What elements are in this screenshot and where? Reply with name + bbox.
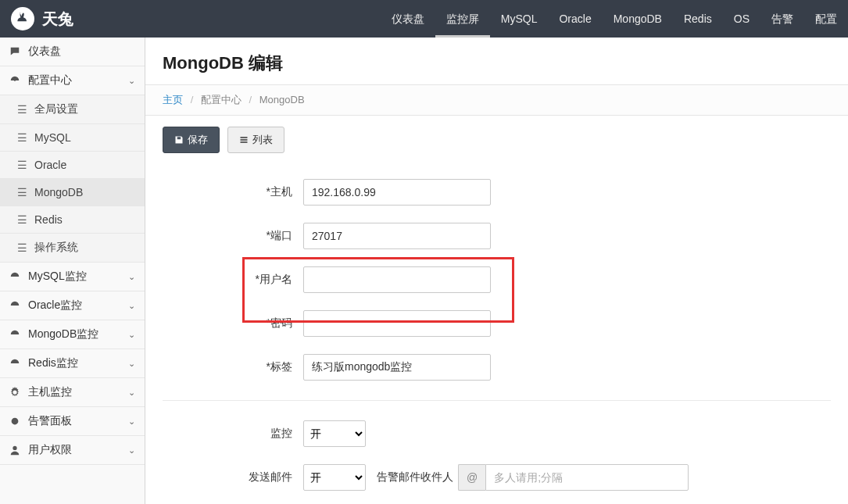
sidebar-item-mongodb[interactable]: ☰MongoDB (0, 179, 145, 206)
monitor-select[interactable]: 开 (303, 420, 366, 447)
list-icon: ☰ (17, 186, 28, 198)
mail-recipient-input[interactable] (485, 464, 689, 491)
sidebar-dashboard-label: 仪表盘 (28, 45, 61, 59)
chevron-down-icon: ⌄ (128, 416, 135, 427)
host-label: *主机 (163, 185, 303, 199)
sidebar-item-redis[interactable]: ☰Redis (0, 206, 145, 234)
save-button[interactable]: 保存 (163, 127, 220, 153)
save-icon (174, 135, 184, 145)
user-icon (9, 445, 22, 456)
monitor-label: 监控 (163, 427, 303, 441)
dashboard-icon (9, 75, 22, 86)
svg-point-0 (14, 80, 16, 81)
dashboard-icon (9, 358, 22, 369)
topnav-oracle[interactable]: Oracle (548, 0, 602, 38)
top-navbar: 天兔 仪表盘 监控屏 MySQL Oracle MongoDB Redis OS… (0, 0, 848, 38)
svg-point-1 (12, 418, 19, 425)
list-icon: ☰ (17, 241, 28, 254)
sidebar-item-os[interactable]: ☰操作系统 (0, 234, 145, 263)
list-icon: ☰ (17, 213, 28, 226)
dashboard-icon (9, 329, 22, 340)
topnav-mongodb[interactable]: MongoDB (603, 0, 673, 38)
at-icon: @ (458, 464, 485, 491)
topnav-dashboard[interactable]: 仪表盘 (381, 0, 435, 38)
host-input[interactable] (303, 179, 491, 206)
sidebar-alert-panel[interactable]: 告警面板⌄ (0, 407, 145, 436)
brand[interactable]: 天兔 (0, 7, 84, 30)
sidebar-dashboard[interactable]: 仪表盘 (0, 38, 145, 66)
sidebar-oracle-monitor[interactable]: Oracle监控⌄ (0, 291, 145, 320)
topnav-links: 仪表盘 监控屏 MySQL Oracle MongoDB Redis OS 告警… (381, 0, 848, 38)
dashboard-icon (9, 271, 22, 282)
topnav-config[interactable]: 配置 (804, 0, 848, 38)
password-label: *密码 (163, 316, 303, 331)
sidebar-mysql-monitor[interactable]: MySQL监控⌄ (0, 263, 145, 291)
chevron-down-icon: ⌄ (128, 76, 135, 86)
topnav-monitor-screen[interactable]: 监控屏 (435, 0, 490, 38)
sidebar-config-center-label: 配置中心 (28, 73, 72, 88)
tag-input[interactable] (303, 354, 491, 381)
list-icon: ☰ (17, 131, 28, 144)
sidebar-item-mysql[interactable]: ☰MySQL (0, 124, 145, 152)
chevron-down-icon: ⌄ (128, 330, 135, 340)
password-input[interactable] (303, 310, 491, 337)
sidebar: 仪表盘 配置中心 ⌄ ☰全局设置 ☰MySQL ☰Oracle ☰MongoDB… (0, 38, 145, 504)
sidebar-user-permission[interactable]: 用户权限⌄ (0, 436, 145, 465)
chevron-down-icon: ⌄ (128, 359, 135, 369)
brand-text: 天兔 (42, 9, 73, 30)
chevron-down-icon: ⌄ (128, 388, 135, 398)
topnav-os[interactable]: OS (723, 0, 760, 38)
list-button[interactable]: 列表 (227, 127, 284, 153)
chevron-down-icon: ⌄ (128, 301, 135, 311)
svg-point-2 (13, 446, 16, 450)
username-label: *用户名 (163, 273, 303, 287)
dashboard-icon (9, 300, 22, 311)
sidebar-mongodb-monitor[interactable]: MongoDB监控⌄ (0, 320, 145, 349)
edit-form: *主机 *端口 *用户名 *密码 *标签 监控 (145, 161, 848, 504)
username-input[interactable] (303, 266, 491, 293)
breadcrumb-config: 配置中心 (201, 94, 242, 105)
port-input[interactable] (303, 223, 491, 249)
page-title: MongoDB 编辑 (145, 38, 848, 85)
sidebar-config-center[interactable]: 配置中心 ⌄ (0, 66, 145, 95)
chat-icon (9, 46, 22, 57)
sidebar-redis-monitor[interactable]: Redis监控⌄ (0, 349, 145, 378)
sidebar-item-global[interactable]: ☰全局设置 (0, 95, 145, 124)
topnav-mysql[interactable]: MySQL (490, 0, 549, 38)
chevron-down-icon: ⌄ (128, 445, 135, 456)
list-icon (239, 135, 249, 145)
list-icon: ☰ (17, 159, 28, 171)
sidebar-config-submenu: ☰全局设置 ☰MySQL ☰Oracle ☰MongoDB ☰Redis ☰操作… (0, 95, 145, 263)
breadcrumb-home[interactable]: 主页 (163, 94, 183, 105)
gear-icon (9, 387, 22, 398)
gear-icon (9, 416, 22, 427)
topnav-alert[interactable]: 告警 (760, 0, 804, 38)
rabbit-logo-icon (11, 7, 34, 30)
sidebar-host-monitor[interactable]: 主机监控⌄ (0, 378, 145, 407)
toolbar: 保存 列表 (145, 116, 848, 161)
mail-select[interactable]: 开 (303, 464, 366, 491)
main-content: MongoDB 编辑 主页 / 配置中心 / MongoDB 保存 列表 *主机 (145, 38, 848, 504)
list-icon: ☰ (17, 103, 28, 116)
breadcrumb: 主页 / 配置中心 / MongoDB (145, 85, 848, 116)
mail-label: 发送邮件 (163, 470, 303, 484)
tag-label: *标签 (163, 360, 303, 374)
chevron-down-icon: ⌄ (128, 272, 135, 282)
topnav-redis[interactable]: Redis (673, 0, 723, 38)
mail-recipient-label: 告警邮件收件人 (377, 470, 453, 484)
divider (163, 400, 831, 401)
port-label: *端口 (163, 229, 303, 243)
sidebar-item-oracle[interactable]: ☰Oracle (0, 152, 145, 179)
breadcrumb-current: MongoDB (259, 94, 305, 105)
